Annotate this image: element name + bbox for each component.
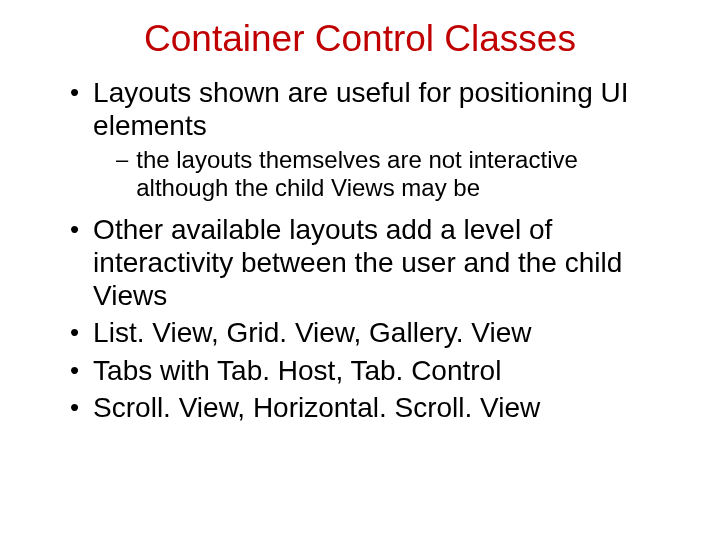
- bullet-level1: • Scroll. View, Horizontal. Scroll. View: [50, 391, 670, 425]
- bullet-level2: – the layouts themselves are not interac…: [50, 146, 670, 203]
- bullet-marker-l1: •: [70, 316, 79, 350]
- bullet-level1: • Other available layouts add a level of…: [50, 213, 670, 312]
- slide-content: • Layouts shown are useful for positioni…: [50, 76, 670, 425]
- bullet-marker-l1: •: [70, 391, 79, 425]
- bullet-text: Tabs with Tab. Host, Tab. Control: [93, 354, 670, 387]
- bullet-text: Other available layouts add a level of i…: [93, 213, 670, 312]
- bullet-level1: • Layouts shown are useful for positioni…: [50, 76, 670, 142]
- bullet-level1: • Tabs with Tab. Host, Tab. Control: [50, 354, 670, 388]
- bullet-text: Scroll. View, Horizontal. Scroll. View: [93, 391, 670, 424]
- bullet-level1: • List. View, Grid. View, Gallery. View: [50, 316, 670, 350]
- bullet-marker-l1: •: [70, 213, 79, 247]
- bullet-marker-l1: •: [70, 354, 79, 388]
- bullet-marker-l1: •: [70, 76, 79, 110]
- bullet-text: Layouts shown are useful for positioning…: [93, 76, 670, 142]
- bullet-marker-l2: –: [116, 146, 128, 175]
- slide-container: Container Control Classes • Layouts show…: [0, 0, 720, 459]
- bullet-text: the layouts themselves are not interacti…: [136, 146, 670, 203]
- bullet-text: List. View, Grid. View, Gallery. View: [93, 316, 670, 349]
- slide-title: Container Control Classes: [50, 18, 670, 60]
